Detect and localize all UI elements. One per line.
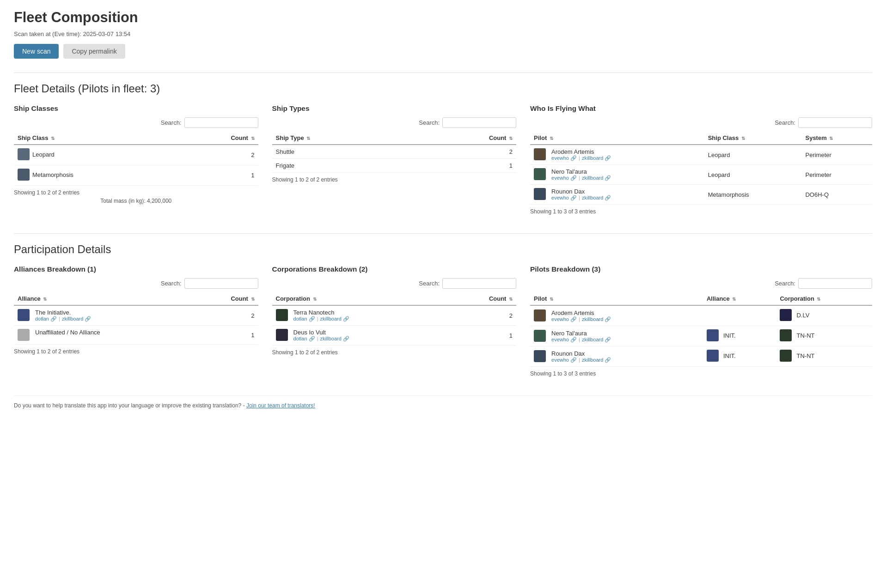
ship-class-name: Leopard [14, 145, 178, 165]
ship-type-count-col-header[interactable]: Count ⇅ [412, 132, 516, 145]
footer-link[interactable]: Join our team of translators! [246, 402, 315, 409]
zkillboard-link[interactable]: zkillboard 🔗 [320, 316, 349, 321]
alliances-section: Alliances Breakdown (1) Search: Alliance… [14, 265, 258, 377]
avatar [276, 309, 288, 321]
pilots-breakdown-search-input[interactable] [798, 278, 872, 289]
ship-types-search-input[interactable] [442, 117, 516, 128]
ship-type-count: 1 [412, 159, 516, 173]
corporations-table: Corporation ⇅ Count ⇅ Terra Nanotech dot… [272, 292, 517, 346]
pb-alliance-cell: INIT. [703, 326, 776, 346]
table-row: Nero Tal'aura evewho 🔗|zkillboard 🔗 Leop… [530, 165, 872, 185]
ship-class-name: Metamorphosis [14, 165, 178, 186]
pb-corporation-cell: D.LV [776, 305, 872, 326]
ship-classes-table: Ship Class ⇅ Count ⇅ Leopard2Metamorphos… [14, 132, 258, 186]
avatar [276, 329, 288, 341]
dotlan-link[interactable]: dotlan 🔗 [293, 316, 315, 321]
table-row: Arodem Artemis evewho 🔗|zkillboard 🔗 D.L… [530, 305, 872, 326]
participation-title: Participation Details [14, 243, 872, 256]
copy-permalink-button[interactable]: Copy permalink [63, 44, 125, 59]
ship-class-col-header[interactable]: Ship Class ⇅ [14, 132, 178, 145]
alliance-col-header[interactable]: Alliance ⇅ [14, 292, 196, 305]
corporation-col-header[interactable]: Corporation ⇅ [272, 292, 450, 305]
dotlan-link[interactable]: dotlan 🔗 [293, 336, 315, 341]
pb-pilot-col-header[interactable]: Pilot ⇅ [530, 292, 703, 305]
pb-corporation-cell: TN-NT [776, 346, 872, 367]
pilot-name: Arodem Artemis [551, 148, 613, 155]
zkillboard-link[interactable]: zkillboard 🔗 [582, 175, 611, 181]
evewho-link[interactable]: evewho 🔗 [551, 357, 577, 363]
evewho-link[interactable]: evewho 🔗 [551, 155, 577, 161]
ship-class-cell: Metamorphosis [704, 185, 802, 205]
avatar [780, 329, 792, 341]
who-flying-system-col-header[interactable]: System ⇅ [801, 132, 872, 145]
avatar [18, 309, 30, 321]
alliance-count: 2 [196, 305, 258, 326]
alliances-search-input[interactable] [184, 278, 258, 289]
pilots-breakdown-showing: Showing 1 to 3 of 3 entries [530, 370, 872, 377]
alliances-showing: Showing 1 to 2 of 2 entries [14, 348, 258, 355]
ship-classes-title: Ship Classes [14, 104, 258, 113]
corporations-section: Corporations Breakdown (2) Search: Corpo… [272, 265, 517, 377]
who-flying-search-label: Search: [775, 119, 795, 126]
avatar [534, 309, 546, 321]
pilot-links: evewho 🔗|zkillboard 🔗 [551, 357, 613, 363]
alliances-title: Alliances Breakdown (1) [14, 265, 258, 273]
avatar [707, 329, 719, 341]
who-flying-pilot-col-header[interactable]: Pilot ⇅ [530, 132, 704, 145]
pilots-breakdown-title: Pilots Breakdown (3) [530, 265, 872, 273]
corporations-search-input[interactable] [442, 278, 516, 289]
pb-corporation-name: TN-NT [796, 352, 814, 359]
pb-alliance-name: INIT. [723, 332, 736, 339]
pb-alliance-col-header[interactable]: Alliance ⇅ [703, 292, 776, 305]
evewho-link[interactable]: evewho 🔗 [551, 175, 577, 181]
table-row: Terra Nanotech dotlan 🔗|zkillboard 🔗 2 [272, 305, 517, 326]
avatar [18, 148, 30, 160]
zkillboard-link[interactable]: zkillboard 🔗 [582, 316, 611, 322]
pilot-links: evewho 🔗|zkillboard 🔗 [551, 155, 613, 161]
zkillboard-link[interactable]: zkillboard 🔗 [582, 337, 611, 342]
table-row: Metamorphosis1 [14, 165, 258, 186]
corporation-count: 1 [450, 326, 516, 346]
avatar [780, 309, 792, 321]
ship-type-name: Shuttle [272, 145, 413, 159]
pilot-name: Rounon Dax [551, 188, 613, 195]
ship-class-count-col-header[interactable]: Count ⇅ [178, 132, 258, 145]
zkillboard-link[interactable]: zkillboard 🔗 [62, 316, 92, 321]
avatar [707, 350, 719, 362]
new-scan-button[interactable]: New scan [14, 44, 59, 59]
corporation-count-col-header[interactable]: Count ⇅ [450, 292, 516, 305]
alliance-name: Unaffiliated / No Alliance [35, 329, 100, 336]
ship-types-section: Ship Types Search: Ship Type ⇅ Count ⇅ S… [272, 104, 517, 215]
ship-types-showing: Showing 1 to 2 of 2 entries [272, 176, 517, 183]
ship-class-count: 2 [178, 145, 258, 165]
evewho-link[interactable]: evewho 🔗 [551, 195, 577, 200]
pb-alliance-cell [703, 305, 776, 326]
pilot-links: evewho 🔗|zkillboard 🔗 [551, 175, 613, 181]
ship-class-cell: Leopard [704, 165, 802, 185]
table-row: Shuttle2 [272, 145, 517, 159]
ship-classes-search-input[interactable] [184, 117, 258, 128]
pilot-links: evewho 🔗|zkillboard 🔗 [551, 316, 613, 322]
evewho-link[interactable]: evewho 🔗 [551, 316, 577, 322]
ship-class-cell: Leopard [704, 145, 802, 165]
who-flying-shipclass-col-header[interactable]: Ship Class ⇅ [704, 132, 802, 145]
evewho-link[interactable]: evewho 🔗 [551, 337, 577, 342]
alliance-count-col-header[interactable]: Count ⇅ [196, 292, 258, 305]
pb-corporation-cell: TN-NT [776, 326, 872, 346]
ship-type-col-header[interactable]: Ship Type ⇅ [272, 132, 413, 145]
ship-classes-section: Ship Classes Search: Ship Class ⇅ Count … [14, 104, 258, 215]
pilot-links: evewho 🔗|zkillboard 🔗 [551, 337, 613, 343]
corporation-name-cell: Deus Io Vult dotlan 🔗|zkillboard 🔗 [272, 326, 450, 346]
avatar [534, 330, 546, 342]
pb-pilot-cell: Nero Tal'aura evewho 🔗|zkillboard 🔗 [530, 326, 703, 346]
ship-type-name: Frigate [272, 159, 413, 173]
zkillboard-link[interactable]: zkillboard 🔗 [582, 155, 611, 161]
who-flying-showing: Showing 1 to 3 of 3 entries [530, 208, 872, 215]
zkillboard-link[interactable]: zkillboard 🔗 [582, 195, 611, 200]
who-flying-search-input[interactable] [798, 117, 872, 128]
ship-classes-showing: Showing 1 to 2 of 2 entries [14, 189, 258, 196]
zkillboard-link[interactable]: zkillboard 🔗 [320, 336, 349, 341]
pb-corporation-col-header[interactable]: Corporation ⇅ [776, 292, 872, 305]
dotlan-link[interactable]: dotlan 🔗 [35, 316, 57, 321]
zkillboard-link[interactable]: zkillboard 🔗 [582, 357, 611, 363]
